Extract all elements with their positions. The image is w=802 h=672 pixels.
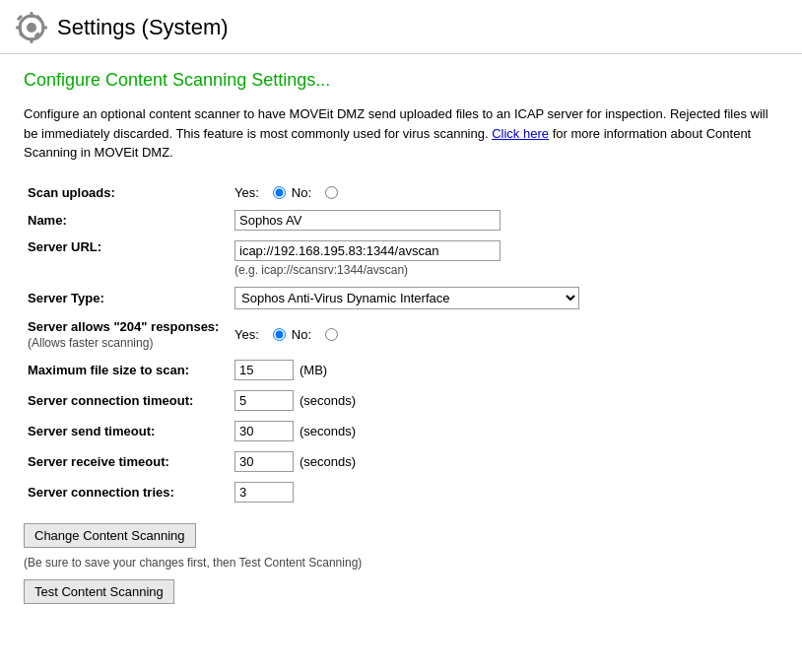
section-title: Configure Content Scanning Settings... [24, 70, 778, 91]
server-type-select[interactable]: Sophos Anti-Virus Dynamic Interface Stan… [234, 287, 579, 309]
connection-timeout-unit: (seconds) [300, 393, 356, 408]
scan-uploads-row: Scan uploads: Yes: No: [24, 180, 778, 205]
page-header: Settings (System) [0, 0, 802, 54]
scan-uploads-value: Yes: No: [231, 180, 778, 205]
server-allows-value-cell: Yes: No: [231, 314, 778, 356]
description: Configure an optional content scanner to… [24, 104, 772, 163]
send-timeout-unit: (seconds) [300, 424, 356, 438]
page-title: Settings (System) [57, 15, 229, 40]
svg-rect-2 [31, 12, 33, 18]
svg-rect-4 [16, 27, 22, 30]
server-url-value-cell: (e.g. icap://scansrv:1344/avscan) [231, 235, 778, 282]
settings-form: Scan uploads: Yes: No: Name: [24, 180, 778, 508]
connection-tries-input[interactable] [234, 482, 294, 503]
receive-timeout-row: Server receive timeout: (seconds) [24, 446, 778, 477]
server-allows-sub-label: (Allows faster scanning) [28, 336, 153, 350]
save-reminder: (Be sure to save your changes first, the… [24, 556, 778, 570]
server-allows-label-cell: Server allows "204" responses: (Allows f… [24, 314, 231, 356]
name-value-cell [231, 205, 778, 235]
click-here-link[interactable]: Click here [492, 126, 549, 141]
send-timeout-row: Server send timeout: (seconds) [24, 416, 778, 446]
send-timeout-input[interactable] [234, 421, 294, 441]
max-file-size-label: Maximum file size to scan: [24, 355, 231, 385]
server-allows-radio-group: Yes: No: [234, 327, 774, 342]
connection-timeout-value-cell: (seconds) [231, 385, 778, 416]
change-content-scanning-button[interactable]: Change Content Scanning [24, 523, 196, 548]
server-type-label: Server Type: [24, 282, 231, 314]
connection-tries-row: Server connection tries: [24, 477, 778, 507]
server-allows-no-radio[interactable] [325, 328, 338, 341]
server-type-row: Server Type: Sophos Anti-Virus Dynamic I… [24, 282, 778, 314]
scan-uploads-yes-label: Yes: [234, 185, 259, 200]
server-url-input[interactable] [234, 240, 501, 261]
server-allows-yes-radio[interactable] [273, 328, 286, 341]
max-file-size-value-cell: (MB) [231, 355, 778, 385]
connection-tries-value-cell [231, 477, 778, 507]
name-input[interactable] [234, 210, 501, 231]
name-row: Name: [24, 205, 778, 235]
change-button-area: Change Content Scanning [24, 523, 778, 548]
svg-rect-5 [41, 27, 47, 30]
svg-point-0 [27, 23, 36, 33]
send-timeout-input-row: (seconds) [234, 421, 774, 441]
max-file-size-input-row: (MB) [234, 360, 774, 380]
connection-timeout-row: Server connection timeout: (seconds) [24, 385, 778, 416]
server-allows-main-label: Server allows "204" responses: [28, 319, 219, 334]
receive-timeout-unit: (seconds) [300, 454, 356, 469]
server-url-label: Server URL: [24, 235, 231, 282]
scan-uploads-no-radio[interactable] [325, 186, 338, 199]
server-url-hint: (e.g. icap://scansrv:1344/avscan) [234, 263, 774, 277]
max-file-size-input[interactable] [234, 360, 294, 380]
send-timeout-value-cell: (seconds) [231, 416, 778, 446]
max-file-size-row: Maximum file size to scan: (MB) [24, 355, 778, 385]
connection-timeout-label: Server connection timeout: [24, 385, 231, 416]
content-area: Configure Content Scanning Settings... C… [0, 54, 802, 620]
test-button-area: Test Content Scanning [24, 579, 778, 604]
server-type-value-cell: Sophos Anti-Virus Dynamic Interface Stan… [231, 282, 778, 314]
server-allows-yes-label: Yes: [234, 327, 259, 342]
connection-timeout-input[interactable] [234, 390, 294, 411]
send-timeout-label: Server send timeout: [24, 416, 231, 446]
scan-uploads-radio-group: Yes: No: [234, 185, 774, 200]
scan-uploads-label: Scan uploads: [24, 180, 231, 205]
receive-timeout-input[interactable] [234, 451, 294, 472]
scan-uploads-no-label: No: [292, 185, 311, 200]
receive-timeout-label: Server receive timeout: [24, 446, 231, 477]
name-label: Name: [24, 205, 231, 235]
scan-uploads-yes-radio[interactable] [273, 186, 286, 199]
test-content-scanning-button[interactable]: Test Content Scanning [24, 579, 174, 604]
server-allows-no-label: No: [292, 327, 311, 342]
settings-icon [16, 12, 47, 43]
server-url-row: Server URL: (e.g. icap://scansrv:1344/av… [24, 235, 778, 282]
connection-timeout-input-row: (seconds) [234, 390, 774, 411]
connection-tries-label: Server connection tries: [24, 477, 231, 507]
max-file-size-unit: (MB) [300, 363, 327, 377]
server-allows-row: Server allows "204" responses: (Allows f… [24, 314, 778, 356]
receive-timeout-input-row: (seconds) [234, 451, 774, 472]
receive-timeout-value-cell: (seconds) [231, 446, 778, 477]
svg-rect-3 [31, 37, 33, 43]
